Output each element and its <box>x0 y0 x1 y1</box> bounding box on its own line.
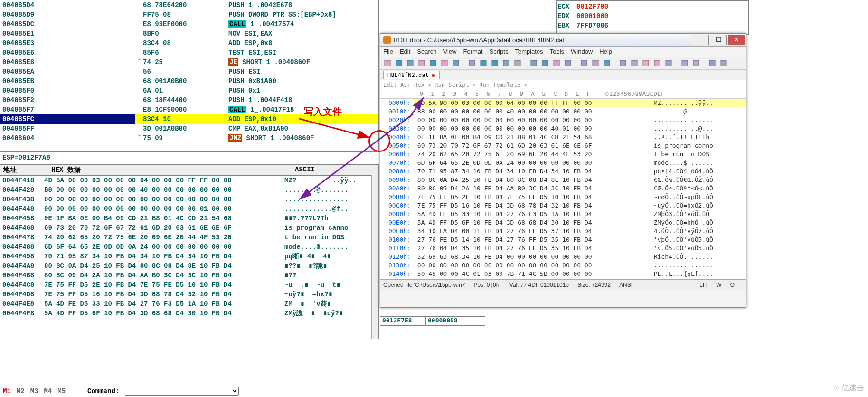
memory-row[interactable]: 0044F4B880 8C 09 D4 2A 10 FB D4 AA B0 3C… <box>0 271 378 280</box>
save-as-icon[interactable] <box>439 58 450 68</box>
hex-row[interactable]: 0070h: 6D 6F 64 65 2E 0D 0D 0A 24 00 00 … <box>380 159 746 167</box>
menu-format[interactable]: Format <box>463 48 483 55</box>
hex-row[interactable]: 0020h: 00 00 00 00 00 00 00 00 00 00 00 … <box>380 116 746 124</box>
tab-M1[interactable]: M1 <box>3 388 11 395</box>
copy-icon[interactable] <box>478 58 489 68</box>
highlight-icon[interactable] <box>691 58 701 68</box>
memory-row[interactable]: 0044F47874 20 62 65 20 72 75 6E 20 69 6E… <box>0 233 378 242</box>
memory-row[interactable]: 0044F4E85A 4D FE D5 33 10 FB D4 27 76 F3… <box>0 299 378 309</box>
edit-mode-bar[interactable]: Edit As: Hex ▾ Run Script ▾ Run Template… <box>380 80 746 90</box>
saveall-icon[interactable] <box>428 58 438 68</box>
memory-row[interactable]: 0044F49870 71 95 87 34 10 FB D4 34 10 FB… <box>0 252 378 261</box>
cut-icon[interactable] <box>467 58 477 68</box>
disasm-row[interactable]: 004085D468 78E64200PUSH 1_.0042E678 <box>0 0 378 10</box>
menu-edit[interactable]: Edit <box>400 48 410 55</box>
paste-icon[interactable] <box>490 58 500 68</box>
open-drive-icon[interactable] <box>405 58 415 68</box>
bookmarks-icon[interactable] <box>679 58 690 68</box>
hex-row[interactable]: 0140h: 50 45 00 00 4C 01 03 00 7B 71 4C … <box>380 270 746 278</box>
find-ab-icon[interactable] <box>540 58 550 68</box>
close-button[interactable]: ✕ <box>728 35 745 45</box>
disasm-row[interactable]: 004085E383C4 08ADD ESP,0x8 <box>0 38 378 48</box>
open-icon[interactable] <box>394 58 404 68</box>
disasm-row[interactable]: 004085FF3D 001A0B00CMP EAX,0xB1A00 <box>0 124 378 133</box>
memory-dump-pane[interactable]: 地址 HEX 数据 ASCII 0044F4184D 5A 90 00 03 0… <box>0 164 379 339</box>
help-icon[interactable] <box>707 58 717 68</box>
disasm-row[interactable]: 004085D9FF75 08PUSH DWORD PTR SS:[EBP+0x… <box>0 10 378 19</box>
hex-row[interactable]: 0150h: 00 00 00 00 E0 00 02 01 0D 01 0E … <box>380 278 746 279</box>
hex-row[interactable]: 0040h: 0E 1F BA 0E 00 B4 09 CD 21 B8 01 … <box>380 133 746 142</box>
disassembly-pane[interactable]: 004085D468 78E64200PUSH 1_.0042E67800408… <box>0 0 379 152</box>
tab-M3[interactable]: M3 <box>30 388 38 395</box>
para-icon[interactable] <box>629 58 640 68</box>
select-line-icon[interactable] <box>663 58 674 68</box>
redo-icon[interactable] <box>512 58 523 68</box>
hex-editor-window[interactable]: 010 Editor - C:\Users\15pb-win7\AppData\… <box>380 33 746 308</box>
hex-row[interactable]: 0010h: B8 00 00 00 00 00 00 00 40 00 00 … <box>380 107 746 116</box>
calc-icon[interactable] <box>718 58 729 68</box>
hex-row[interactable]: 0030h: 00 00 00 00 00 00 00 00 00 00 00 … <box>380 124 746 133</box>
toolbar[interactable] <box>380 57 746 70</box>
hex-row[interactable]: 00E0h: 5A 4D FF D5 6F 10 FB D4 3D 68 68 … <box>380 218 746 227</box>
menu-bar[interactable]: FileEditSearchViewFormatScriptsTemplates… <box>380 47 746 57</box>
disasm-row[interactable]: 004085EB68 001A0B00PUSH 0xB1A00 <box>0 76 378 86</box>
save-icon[interactable] <box>416 58 427 68</box>
register-row[interactable]: ECX0012F790 <box>557 2 747 11</box>
titlebar[interactable]: 010 Editor - C:\Users\15pb-win7\AppData\… <box>380 34 746 47</box>
quote-icon[interactable] <box>641 58 651 68</box>
tab-M4[interactable]: M4 <box>44 388 52 395</box>
menu-templates[interactable]: Templates <box>515 48 543 55</box>
hex-row[interactable]: 00C0h: 7E 75 FF D5 16 10 FB D4 3D 68 78 … <box>380 201 746 210</box>
hex-mode-icon[interactable] <box>579 58 589 68</box>
menu-file[interactable]: File <box>383 48 393 55</box>
memory-row[interactable]: 0044F4D87E 75 FF D5 16 10 FB D4 3D 68 78… <box>0 290 378 299</box>
menu-scripts[interactable]: Scripts <box>490 48 509 55</box>
hex-row[interactable]: 00F0h: 34 10 FA D4 00 11 FB D4 27 76 FF … <box>380 227 746 236</box>
command-select[interactable] <box>125 387 239 396</box>
select-col-icon[interactable] <box>652 58 662 68</box>
hex-icon[interactable] <box>618 58 628 68</box>
find-icon[interactable] <box>528 58 539 68</box>
memory-row[interactable]: 0044F43800 00 00 00 00 00 00 00 00 00 00… <box>0 195 378 204</box>
file-tab-bar[interactable]: H8E48fN2.dat ▣ <box>380 70 746 80</box>
disasm-row[interactable]: 004085E18BF0MOV ESI,EAX <box>0 29 378 38</box>
menu-window[interactable]: Window <box>571 48 593 55</box>
hex-row[interactable]: 0080h: 70 71 95 87 34 10 FB D4 34 10 FB … <box>380 167 746 176</box>
tab-close-icon[interactable]: ▣ <box>432 72 435 78</box>
memory-row[interactable]: 0044F4184D 5A 90 00 03 00 00 00 04 00 00… <box>0 176 378 185</box>
memdump-scrollbar[interactable] <box>371 175 378 339</box>
text-mode-icon[interactable] <box>590 58 601 68</box>
minimize-button[interactable]: — <box>692 35 709 45</box>
file-tab[interactable]: H8E48fN2.dat ▣ <box>383 71 440 79</box>
hex-row[interactable]: 0110h: 27 76 04 D4 35 10 FB D4 27 76 FF … <box>380 244 746 253</box>
stack-strip[interactable]: 0012F7E8 00000008 <box>380 316 745 326</box>
hex-row[interactable]: 0120h: 52 69 63 68 34 10 FB D4 00 00 00 … <box>380 253 746 261</box>
memory-row[interactable]: 0044F428B8 00 00 00 00 00 00 00 40 00 00… <box>0 185 378 195</box>
disasm-row[interactable]: 004085E8˅74 25JE SHORT 1_.0040860F <box>0 57 378 67</box>
hex-row[interactable]: 0050h: 69 73 20 70 72 6F 67 72 61 6D 20 … <box>380 142 746 150</box>
undo-icon[interactable] <box>501 58 511 68</box>
bottom-tabs[interactable]: M1M2M3M4M5Command: <box>0 386 378 397</box>
disasm-row[interactable]: 00408604˅75 09JNZ SHORT 1_.0040860F <box>0 133 378 143</box>
disasm-row[interactable]: 004085F268 18F44400PUSH 1_.0044F418 <box>0 95 378 105</box>
maximize-button[interactable]: ☐ <box>710 35 727 45</box>
hex-body[interactable]: 0000h: 4D 5A 90 00 03 00 00 00 04 00 00 … <box>380 99 746 279</box>
memory-row[interactable]: 0044F4C87E 75 FF D5 2E 10 FB D4 7E 75 FE… <box>0 280 378 290</box>
hex-row[interactable]: 00D0h: 5A 4D FE D5 33 10 FB D4 27 76 F3 … <box>380 210 746 218</box>
replace-icon[interactable] <box>551 58 562 68</box>
ruler-icon[interactable] <box>602 58 612 68</box>
disasm-row[interactable]: 004085EA56PUSH ESI <box>0 67 378 76</box>
goto-icon[interactable] <box>563 58 573 68</box>
menu-tools[interactable]: Tools <box>550 48 564 55</box>
hex-row[interactable]: 0130h: 00 00 00 00 00 00 00 00 00 00 00 … <box>380 261 746 270</box>
disasm-row[interactable]: 004085DCE8 93EF0000CALL 1_.00417574 <box>0 19 378 29</box>
menu-view[interactable]: View <box>443 48 457 55</box>
hex-row[interactable]: 0060h: 74 20 62 65 20 72 75 6E 20 69 6E … <box>380 150 746 159</box>
hex-row[interactable]: 0000h: 4D 5A 90 00 03 00 00 00 04 00 00 … <box>380 99 746 107</box>
hex-row[interactable]: 00A0h: 80 8C 09 D4 2A 10 FB D4 AA B0 3C … <box>380 184 746 193</box>
menu-search[interactable]: Search <box>417 48 436 55</box>
tab-M5[interactable]: M5 <box>57 388 66 395</box>
memory-row[interactable]: 0044F4F85A 4D FF D5 6F 10 FB D4 3D 68 68… <box>0 309 378 318</box>
hex-row[interactable]: 0090h: 80 8C 0A D4 25 10 FB D4 80 8C 08 … <box>380 176 746 184</box>
memory-row[interactable]: 0044F4580E 1F BA 0E 00 B4 09 CD 21 B8 01… <box>0 214 378 223</box>
